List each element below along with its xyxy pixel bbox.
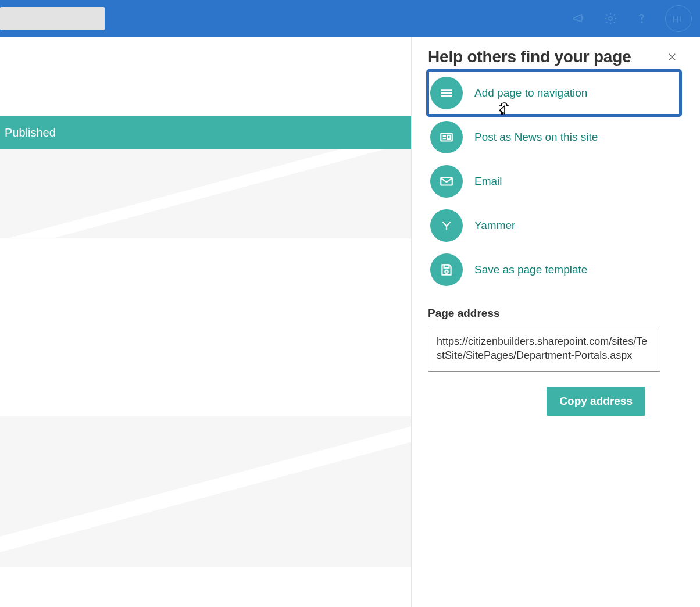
option-post-news[interactable]: Post as News on this site — [428, 115, 680, 159]
gear-icon[interactable] — [602, 10, 619, 27]
option-label: Email — [474, 175, 502, 188]
panel-title: Help others find your page — [428, 48, 631, 66]
avatar-initials: HL — [672, 14, 684, 24]
help-icon[interactable] — [634, 10, 650, 27]
command-bar — [0, 37, 411, 116]
page-body-section — [0, 238, 411, 416]
published-label: Published — [5, 126, 56, 140]
option-label: Post as News on this site — [474, 131, 598, 144]
panel-header: Help others find your page — [428, 48, 680, 66]
copy-address-button[interactable]: Copy address — [547, 387, 645, 416]
option-label: Yammer — [474, 219, 515, 232]
option-save-template[interactable]: Save as page template — [428, 248, 680, 292]
published-banner: Published — [0, 116, 411, 149]
megaphone-icon[interactable] — [571, 10, 587, 27]
email-icon — [430, 165, 463, 198]
menu-icon — [430, 77, 463, 109]
panel-options: Add page to navigation Post as News on t… — [428, 71, 680, 292]
svg-point-6 — [445, 270, 448, 273]
page-hero-section — [0, 149, 411, 238]
svg-rect-3 — [447, 135, 450, 140]
svg-point-1 — [641, 22, 642, 23]
option-add-to-navigation[interactable]: Add page to navigation — [428, 71, 680, 115]
option-label: Save as page template — [474, 263, 587, 276]
user-avatar[interactable]: HL — [665, 5, 692, 32]
news-icon — [430, 121, 463, 153]
svg-rect-5 — [444, 265, 449, 267]
help-panel: Help others find your page Add page to n… — [411, 37, 700, 607]
option-email[interactable]: Email — [428, 159, 680, 203]
top-app-bar: HL — [0, 0, 700, 37]
svg-point-0 — [609, 17, 612, 20]
option-yammer[interactable]: Yammer — [428, 203, 680, 248]
page-address-section: Page address https://citizenbuilders.sha… — [428, 307, 680, 416]
yammer-icon — [430, 209, 463, 242]
option-label: Add page to navigation — [474, 87, 587, 99]
save-icon — [430, 253, 463, 286]
topbar-actions: HL — [571, 5, 692, 32]
address-textbox[interactable]: https://citizenbuilders.sharepoint.com/s… — [428, 326, 660, 372]
page-main: Published — [0, 37, 411, 607]
close-icon[interactable] — [664, 49, 680, 65]
address-label: Page address — [428, 307, 680, 320]
search-box[interactable] — [0, 7, 105, 30]
page-lower-section — [0, 416, 411, 567]
